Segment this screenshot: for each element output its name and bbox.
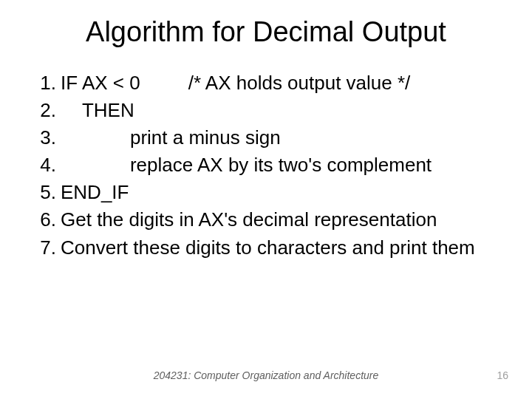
slide-content: 1. IF AX < 0 /* AX holds output value */… [0,70,532,261]
item-text: Convert these digits to characters and p… [61,235,497,261]
page-number: 16 [497,369,508,381]
slide-title: Algorithm for Decimal Output [0,0,532,70]
item-number: 4. [35,152,61,178]
list-item: 7. Convert these digits to characters an… [35,235,497,261]
footer-text: 204231: Computer Organization and Archit… [0,369,532,381]
item-text: Get the digits in AX's decimal represent… [61,207,497,233]
item-number: 1. [35,70,61,96]
algorithm-list: 1. IF AX < 0 /* AX holds output value */… [35,70,497,261]
item-text: END_IF [61,180,497,205]
item-number: 6. [35,207,61,233]
list-item: 6. Get the digits in AX's decimal repres… [35,207,497,233]
list-item: 5. END_IF [35,180,497,205]
item-number: 7. [35,235,61,261]
item-text: print a minus sign [61,125,497,151]
list-item: 2. THEN [35,98,497,123]
item-number: 5. [35,180,61,205]
list-item: 4. replace AX by its two's complement [35,152,497,178]
item-text: replace AX by its two's complement [61,152,497,178]
item-text: THEN [61,98,497,123]
item-number: 3. [35,125,61,151]
list-item: 3. print a minus sign [35,125,497,151]
item-text: IF AX < 0 /* AX holds output value */ [61,70,497,96]
item-number: 2. [35,98,61,123]
list-item: 1. IF AX < 0 /* AX holds output value */ [35,70,497,96]
